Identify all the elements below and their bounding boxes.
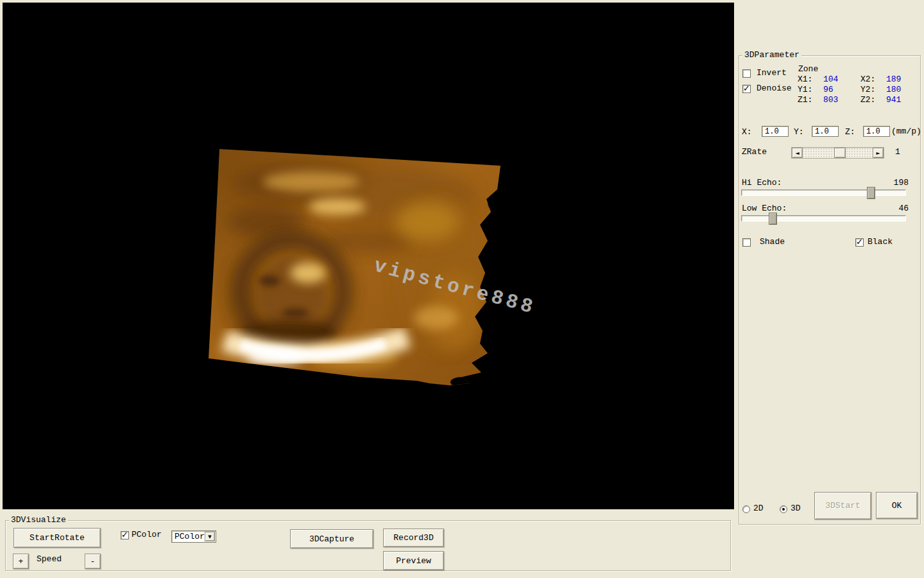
zrate-arrow-left-icon[interactable]: ◄ [792,148,803,158]
x-scale-input[interactable] [762,126,789,137]
hi-echo-slider[interactable] [741,189,906,196]
hi-echo-label: Hi Echo: [742,179,782,188]
3dparameter-group-title: 3DParameter [742,51,801,60]
speed-plus-button[interactable]: + [13,554,29,569]
app-window: vipstore888 3DParameter ✓ Invert ✓ Denoi… [0,0,924,578]
low-echo-label: Low Echo: [742,204,787,213]
black-checkbox[interactable]: ✓ [855,238,864,247]
low-echo-value: 46 [886,204,909,213]
invert-checkbox[interactable]: ✓ [742,69,751,78]
zone-readout: Zone X1: 104 X2: 189 Y1: 96 Y2: 180 Z1: … [798,65,913,105]
ok-button[interactable]: OK [876,492,918,519]
zrate-label: ZRate [742,148,767,157]
zrate-thumb[interactable] [834,148,846,158]
pcolor-checkbox-label: PColor [132,530,162,539]
3dcapture-button[interactable]: 3DCapture [290,529,373,548]
zone-z1-label: Z1: [798,95,823,105]
radio-dot [782,508,785,511]
z-scale-label: Z: [845,128,855,137]
zrate-value: 1 [895,148,900,157]
check-icon: ✓ [743,83,750,93]
pcolor-checkbox[interactable]: ✓ [121,531,129,539]
3d-viewport[interactable]: vipstore888 [3,3,734,509]
pcolor-dropdown-value: PColor [175,532,205,541]
check-icon: ✓ [121,530,128,539]
3dstart-button[interactable]: 3DStart [814,492,871,520]
3d-radio-label: 3D [791,504,801,513]
record3d-button[interactable]: Record3D [383,529,444,547]
x-scale-label: X: [742,128,752,137]
3dparameter-groupbox: 3DParameter ✓ Invert ✓ Denoise Zone X1: … [739,55,921,525]
zrate-arrow-right-icon[interactable]: ► [873,148,884,158]
shade-label: Shade [760,238,785,247]
zone-y1-label: Y1: [798,85,823,95]
scale-unit-label: (mm/p) [891,127,921,136]
start-rotate-button[interactable]: StartRotate [13,528,101,548]
denoise-label: Denoise [757,84,792,93]
black-label: Black [868,238,893,247]
z-scale-input[interactable] [863,126,890,137]
zone-x2-label: X2: [860,74,886,85]
y-scale-label: Y: [794,128,804,137]
zone-y2-label: Y2: [860,85,886,95]
zone-z2-value: 941 [886,95,913,105]
zone-z2-label: Z2: [860,95,886,105]
hi-echo-value: 198 [886,179,909,188]
preview-button[interactable]: Preview [383,551,444,570]
y-scale-input[interactable] [812,126,839,137]
zone-z1-value: 803 [823,95,860,105]
zone-x1-value: 104 [823,74,860,85]
speed-label: Speed [37,555,62,564]
invert-label: Invert [757,69,787,78]
3dvisualize-groupbox: 3DVisualize StartRotate ✓ PColor PColor … [5,520,731,571]
zone-y1-value: 96 [823,85,860,95]
low-echo-slider[interactable] [741,215,906,222]
2d-radio-label: 2D [753,504,764,513]
pcolor-dropdown[interactable]: PColor ▼ [171,530,216,543]
dropdown-arrow-icon[interactable]: ▼ [205,532,215,541]
zone-title: Zone [798,65,913,74]
shade-checkbox[interactable]: ✓ [742,238,751,247]
zone-y2-value: 180 [886,85,913,95]
hi-echo-thumb[interactable] [867,187,875,199]
check-icon: ✓ [856,237,863,247]
3dvisualize-group-title: 3DVisualize [9,516,68,525]
low-echo-thumb[interactable] [769,213,777,225]
denoise-checkbox[interactable]: ✓ [742,85,751,93]
ultrasound-render [205,144,510,395]
speed-minus-button[interactable]: - [85,554,101,569]
zrate-scrollbar[interactable]: ◄ ► [791,147,884,159]
zone-x1-label: X1: [798,74,823,85]
2d-radio[interactable] [742,505,750,513]
3d-radio[interactable] [780,505,787,513]
zone-x2-value: 189 [886,74,913,85]
